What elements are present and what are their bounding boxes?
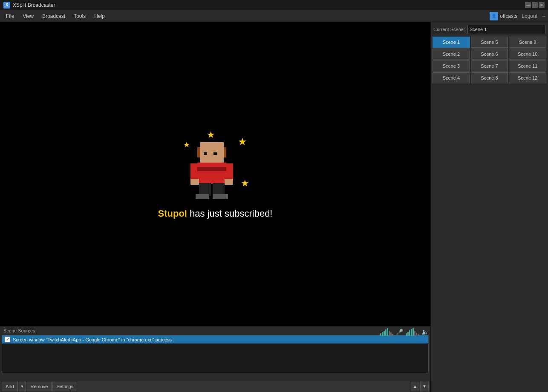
subscriber-name: Stupol xyxy=(158,208,187,219)
scene-content: ★ ★ ★ ★ xyxy=(158,129,273,219)
audio-controls: 🎤 🔈 xyxy=(380,328,429,336)
audio-bar xyxy=(407,332,409,336)
user-avatar: 👤 xyxy=(490,12,498,20)
audio-bar xyxy=(389,331,390,336)
char-foot-left xyxy=(196,194,209,199)
menu-view[interactable]: View xyxy=(18,10,38,22)
audio-bar xyxy=(385,329,386,336)
current-scene-label: Current Scene: xyxy=(433,27,465,32)
star-icon-2: ★ xyxy=(183,140,190,149)
audio-bar xyxy=(412,328,414,336)
star-icon-1: ★ xyxy=(207,129,215,140)
minimize-button[interactable]: — xyxy=(525,2,531,8)
pixel-character: ★ ★ ★ ★ xyxy=(181,129,249,202)
window-controls: — □ ✕ xyxy=(525,2,545,8)
move-up-button[interactable]: ▲ xyxy=(411,382,419,391)
sources-label: Scene Sources: xyxy=(0,326,430,334)
scene-button-10[interactable]: Scene 4 xyxy=(433,72,470,83)
audio-bars-left xyxy=(380,328,393,336)
maximize-button[interactable]: □ xyxy=(532,2,538,8)
logout-button[interactable]: Logout xyxy=(519,12,540,20)
check-icon: ✓ xyxy=(6,337,9,342)
user-section: 👤 offcasts Logout → xyxy=(490,12,546,20)
remove-source-button[interactable]: Remove xyxy=(27,382,52,391)
menu-tools[interactable]: Tools xyxy=(69,10,90,22)
scene-button-11[interactable]: Scene 8 xyxy=(471,72,508,83)
app-icon: X xyxy=(3,2,10,9)
preview-area: ★ ★ ★ ★ xyxy=(0,22,430,326)
scene-button-2[interactable]: Scene 5 xyxy=(471,37,508,48)
scene-button-3[interactable]: Scene 9 xyxy=(509,37,546,48)
star-icon-3: ★ xyxy=(238,136,247,148)
scene-button-12[interactable]: Scene 12 xyxy=(509,72,546,83)
char-torso-dark xyxy=(197,167,226,171)
char-eye-left xyxy=(204,152,207,155)
mic-icon: 🎤 xyxy=(396,329,403,335)
username: offcasts xyxy=(500,13,517,19)
audio-bar xyxy=(416,333,417,336)
audio-bar xyxy=(390,332,392,336)
audio-bar xyxy=(392,334,393,336)
audio-bar xyxy=(414,331,415,336)
scene-button-6[interactable]: Scene 10 xyxy=(509,49,546,60)
logout-arrow-icon: → xyxy=(542,14,546,19)
audio-bar xyxy=(387,328,388,336)
source-checkbox[interactable]: ✓ xyxy=(5,337,10,342)
add-source-dropdown[interactable]: ▼ xyxy=(19,382,26,391)
settings-source-button[interactable]: Settings xyxy=(52,382,77,391)
scene-button-7[interactable]: Scene 3 xyxy=(433,60,470,72)
current-scene-area: Current Scene: xyxy=(431,22,548,36)
audio-bar xyxy=(411,329,412,336)
scenes-grid: Scene 1Scene 5Scene 9Scene 2Scene 6Scene… xyxy=(431,36,548,84)
current-scene-input[interactable] xyxy=(467,25,545,34)
close-button[interactable]: ✕ xyxy=(539,2,545,8)
char-hand-right xyxy=(225,179,233,185)
audio-bars-right xyxy=(406,328,419,336)
title-bar: X XSplit Broadcaster — □ ✕ xyxy=(0,0,548,10)
scene-button-5[interactable]: Scene 6 xyxy=(471,49,508,60)
app-title: XSplit Broadcaster xyxy=(13,2,525,8)
move-down-button[interactable]: ▼ xyxy=(420,382,429,391)
menu-help[interactable]: Help xyxy=(90,10,109,22)
scene-button-1[interactable]: Scene 1 xyxy=(433,37,470,48)
menu-broadcast[interactable]: Broadcast xyxy=(38,10,69,22)
char-torso xyxy=(197,163,226,184)
source-list-item[interactable]: ✓ Screen window "TwitchAlertsApp - Googl… xyxy=(2,335,428,343)
add-source-button[interactable]: Add xyxy=(2,382,18,391)
subscription-message: has just subscribed! xyxy=(187,208,273,219)
audio-bar xyxy=(409,330,410,336)
audio-bar xyxy=(380,333,381,336)
audio-bar xyxy=(418,334,419,336)
char-eye-right xyxy=(213,152,217,155)
bottom-panel: Scene Sources: 🎤 🔈 ✓ xyxy=(0,326,430,392)
audio-bar xyxy=(382,332,383,336)
scene-button-4[interactable]: Scene 2 xyxy=(433,49,470,60)
right-panel: Current Scene: Scene 1Scene 5Scene 9Scen… xyxy=(430,22,548,392)
menu-file[interactable]: File xyxy=(2,10,18,22)
char-foot-right xyxy=(213,194,228,199)
scene-button-9[interactable]: Scene 11 xyxy=(509,60,546,72)
sources-list: ✓ Screen window "TwitchAlertsApp - Googl… xyxy=(2,335,429,373)
subscription-text: Stupol has just subscribed! xyxy=(158,208,273,219)
audio-bar xyxy=(384,331,385,336)
audio-bar xyxy=(406,333,407,336)
sources-toolbar: Add ▼ Remove Settings ▲ ▼ xyxy=(0,380,430,392)
source-item-label: Screen window "TwitchAlertsApp - Google … xyxy=(13,337,172,342)
character-sprite xyxy=(190,142,237,197)
menu-bar: File View Broadcast Tools Help 👤 offcast… xyxy=(0,10,548,22)
speaker-mute-icon: 🔈 xyxy=(421,329,429,335)
star-icon-4: ★ xyxy=(241,178,249,189)
char-hand-left xyxy=(190,179,199,185)
scene-button-8[interactable]: Scene 7 xyxy=(471,60,508,72)
